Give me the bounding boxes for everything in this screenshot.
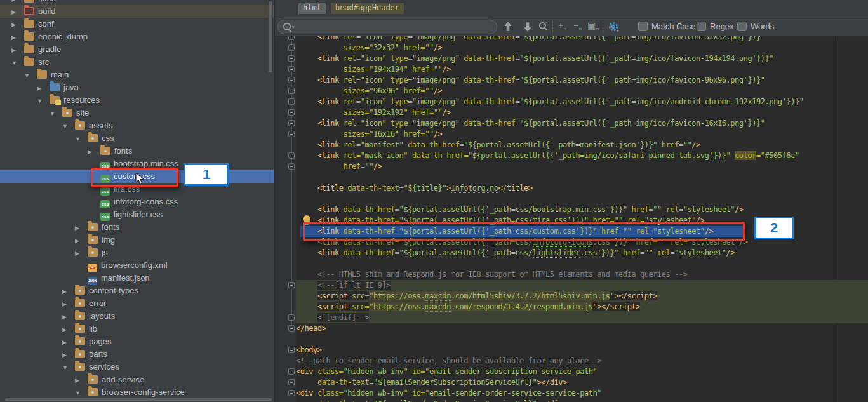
select-all-occurrences-icon[interactable]: ▣ɪɪ (587, 20, 599, 31)
breadcrumb-item[interactable]: html (298, 3, 326, 14)
code-line[interactable]: data-th-text="${emailSenderSubscriptionS… (296, 377, 868, 388)
code-line[interactable]: <link rel="icon" type="image/png" data-t… (296, 75, 868, 86)
checkbox-words-icon[interactable] (737, 22, 747, 31)
expand-arrow-icon[interactable]: ▶ (75, 247, 88, 260)
tree-item-browserconfig-xml[interactable]: <>browserconfig.xml (0, 259, 274, 272)
tree-horizontal-scrollbar[interactable] (5, 398, 272, 401)
fold-marker-icon[interactable] (288, 347, 295, 353)
code-line[interactable]: <link rel="icon" type="image/png" data-t… (296, 53, 868, 64)
collapse-arrow-icon[interactable]: ▼ (50, 107, 62, 120)
tree-item-assets[interactable]: ▼assets (0, 119, 274, 132)
fold-marker-icon[interactable] (288, 109, 295, 116)
code-line[interactable]: sizes="16x16" href=""/> (296, 129, 868, 140)
tree-item-enonic-dump[interactable]: ▶enonic_dump (0, 30, 274, 43)
code-line[interactable]: <link rel="icon" type="image/png" data-t… (296, 97, 868, 107)
tree-item--idea[interactable]: ▶.idea (0, 0, 274, 5)
fold-marker-icon[interactable] (288, 282, 295, 288)
expand-arrow-icon[interactable]: ▶ (75, 374, 88, 387)
fold-marker-icon[interactable] (288, 314, 295, 321)
code-line[interactable]: <!-- HTML5 shim and Respond.js for IE8 s… (296, 269, 868, 280)
code-line[interactable]: <div class="hidden wb-inv" id="email-sen… (296, 366, 868, 377)
tree-vertical-scrollbar[interactable] (269, 1, 272, 72)
expand-arrow-icon[interactable]: ▶ (62, 336, 75, 349)
collapse-arrow-icon[interactable]: ▼ (62, 361, 75, 374)
code-line[interactable]: sizes="194x194" href=""/> (296, 64, 868, 75)
fold-marker-icon[interactable] (288, 368, 295, 375)
code-line[interactable] (296, 194, 868, 204)
option-words[interactable]: Words (737, 22, 774, 31)
collapse-arrow-icon[interactable]: ▼ (75, 387, 88, 399)
code-line[interactable]: <body> (296, 345, 868, 356)
find-in-selection-icon[interactable] (538, 21, 549, 32)
tree-item-build[interactable]: ▶build (0, 5, 274, 18)
tree-item-resources[interactable]: ▼resources (0, 94, 274, 107)
tree-item-services[interactable]: ▼services (0, 361, 274, 373)
tree-item-main[interactable]: ▼main (0, 69, 274, 81)
tree-item-parts[interactable]: ▶parts (0, 348, 274, 361)
fold-marker-icon[interactable] (288, 152, 295, 159)
expand-arrow-icon[interactable]: ▶ (62, 285, 75, 298)
fold-marker-icon[interactable] (288, 88, 295, 94)
tree-item-infotorg-icons-css[interactable]: cssinfotorg-icons.css (0, 196, 274, 208)
fold-marker-icon[interactable] (288, 325, 295, 332)
code-line[interactable]: sizes="192x192" href=""/> (296, 107, 868, 118)
code-line[interactable]: <link data-th-href="${portal.assetUrl({'… (296, 204, 868, 215)
collapse-arrow-icon[interactable]: ▼ (75, 133, 88, 145)
collapse-arrow-icon[interactable]: ▼ (37, 95, 50, 107)
collapse-arrow-icon[interactable]: ▼ (11, 57, 24, 69)
code-line[interactable]: <link rel="mask-icon" data-th-href="${po… (296, 151, 868, 161)
fold-marker-icon[interactable] (288, 77, 295, 83)
fold-marker-icon[interactable] (288, 390, 295, 396)
code-line[interactable]: <link rel="manifest" data-th-href="${por… (296, 140, 868, 151)
code-line[interactable] (296, 258, 868, 269)
code-line[interactable]: <div class="hidden wb-inv" id="email-sen… (296, 388, 868, 399)
code-line[interactable]: data-th-text="${emailSenderOrderServiceS… (296, 399, 868, 402)
code-line[interactable]: </head> (296, 323, 868, 334)
tree-item-css[interactable]: ▼css (0, 132, 274, 145)
remove-occurrence-icon[interactable]: −ɪɪ (573, 20, 582, 31)
tree-item-conf[interactable]: ▶conf (0, 18, 274, 30)
tree-item-error[interactable]: ▶error (0, 297, 274, 310)
checkbox-match-case-icon[interactable] (638, 22, 648, 31)
fold-marker-icon[interactable] (288, 44, 295, 51)
filter-gear-icon[interactable] (608, 21, 619, 32)
fold-marker-icon[interactable] (288, 120, 295, 126)
checkbox-regex-icon[interactable] (697, 22, 706, 31)
code-line[interactable]: <link rel="icon" type="image/png" data-t… (296, 36, 868, 43)
tree-item-img[interactable]: ▶img (0, 234, 274, 246)
code-line[interactable]: <script src="https://oss.maxcdn.com/html… (296, 291, 868, 302)
search-history-caret-icon[interactable]: ▾ (292, 25, 295, 30)
code-line[interactable]: sizes="32x32" href=""/> (296, 43, 868, 53)
tree-item-fonts[interactable]: ▶fonts (0, 145, 274, 157)
option-match-case[interactable]: Match Case (638, 22, 695, 31)
expand-arrow-icon[interactable]: ▶ (11, 6, 24, 18)
previous-occurrence-icon[interactable] (502, 21, 514, 32)
expand-arrow-icon[interactable]: ▶ (88, 145, 100, 158)
code-line[interactable]: href=""/> (296, 161, 868, 172)
fold-marker-icon[interactable] (288, 98, 295, 105)
fold-marker-icon[interactable] (288, 66, 295, 72)
expand-arrow-icon[interactable]: ▶ (62, 298, 75, 311)
code-line[interactable]: <!--path to sender email service, should… (296, 356, 868, 366)
code-line[interactable]: <!--[if lt IE 9]> (296, 280, 868, 291)
search-input[interactable] (297, 21, 490, 33)
expand-arrow-icon[interactable]: ▶ (11, 31, 24, 44)
tree-item-fonts[interactable]: ▶fonts (0, 221, 274, 234)
breadcrumb-item[interactable]: head#appHeader (331, 3, 404, 14)
collapse-arrow-icon[interactable]: ▼ (24, 69, 37, 82)
option-regex[interactable]: Regex (697, 22, 734, 31)
tree-item-js[interactable]: ▶js (0, 246, 274, 259)
search-field[interactable]: ▾ (277, 20, 497, 34)
fold-marker-icon[interactable] (288, 379, 295, 385)
code-line[interactable]: <link rel="icon" type="image/png" data-t… (296, 118, 868, 129)
expand-arrow-icon[interactable]: ▶ (62, 349, 75, 361)
fold-marker-icon[interactable] (288, 131, 295, 137)
code-line[interactable]: <![endif]--> (296, 312, 868, 323)
expand-arrow-icon[interactable]: ▶ (11, 18, 24, 31)
code-line[interactable] (296, 334, 868, 345)
code-line[interactable]: sizes="96x96" href=""/> (296, 86, 868, 97)
tree-item-lightslider-css[interactable]: csslightslider.css (0, 208, 274, 221)
fold-marker-icon[interactable] (288, 55, 295, 62)
next-occurrence-icon[interactable] (522, 21, 533, 32)
expand-arrow-icon[interactable]: ▶ (75, 234, 88, 247)
